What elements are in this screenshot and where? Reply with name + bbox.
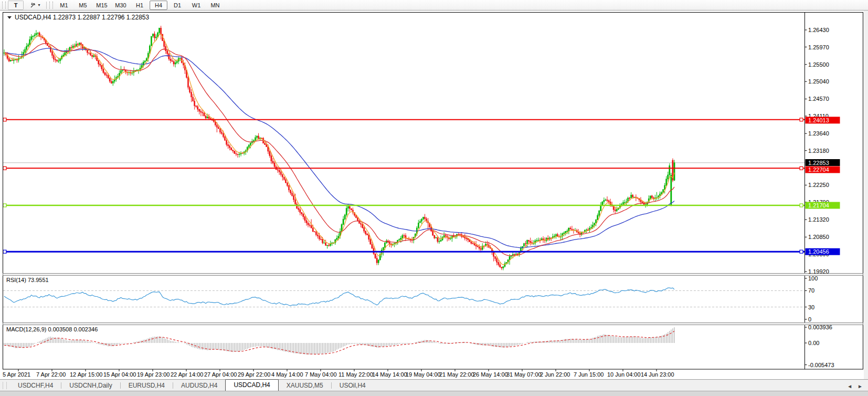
chart-tabs-bar: USDCHF,H4USDCNH,DailyEURUSD,H4AUDUSD,H4U… [0, 379, 868, 391]
price-tick-label: 1.26430 [808, 27, 829, 33]
chart-tab-xauusd[interactable]: XAUUSD,M5 [279, 381, 331, 391]
price-tick-label: 1.22250 [808, 182, 829, 188]
rsi-axis-label: 0 [808, 316, 811, 322]
price-tick-label: 1.19920 [808, 268, 829, 275]
timeframe-button-group: M1M5M15M30H1H4D1W1MN [55, 1, 225, 10]
price-tick-label: 1.25970 [808, 44, 829, 50]
timeframe-button-h1[interactable]: H1 [131, 1, 149, 10]
timeframe-button-m15[interactable]: M15 [93, 1, 111, 10]
price-tick-label: 1.23640 [808, 130, 829, 137]
price-tick-label: 1.20850 [808, 234, 829, 240]
price-tick-label: 1.25500 [808, 61, 829, 68]
tab-scroll-left-icon[interactable]: ◄ [847, 383, 852, 389]
chevron-down-icon: ▾ [38, 3, 40, 7]
svg-text:1.22704: 1.22704 [808, 166, 829, 173]
toolbar-grip[interactable] [2, 2, 6, 9]
double-arrow-icon [30, 2, 37, 8]
price-tick-label: 1.23180 [808, 148, 829, 154]
rsi-header: RSI(14) 73.9551 [6, 277, 49, 283]
svg-text:USDCAD,H4 1.22873 1.22887 1.2: USDCAD,H4 1.22873 1.22887 1.22796 1.2285… [15, 14, 150, 21]
svg-text:1.20456: 1.20456 [808, 248, 829, 255]
time-tick-label: 14 May 14:00 [372, 371, 407, 378]
timeframe-button-m30[interactable]: M30 [112, 1, 130, 10]
time-tick-label: 27 Apr 04:00 [204, 371, 237, 378]
macd-axis-label: 0.003936 [808, 324, 832, 330]
toolbar-separator [46, 2, 47, 9]
templates-tool-label: T [14, 2, 18, 8]
timeframe-button-mn[interactable]: MN [206, 1, 224, 10]
arrange-tool-button[interactable]: ▾ [27, 1, 43, 10]
time-tick-label: 7 May 04:00 [305, 371, 337, 378]
time-tick-label: 19 Apr 23:00 [137, 371, 170, 378]
chart-tab-usdcnh[interactable]: USDCNH,Daily [61, 381, 120, 391]
time-tick-label: 15 Apr 04:00 [103, 371, 136, 378]
time-tick-label: 4 May 14:00 [271, 371, 303, 378]
chart-tab-usoil[interactable]: USOil,H4 [332, 381, 374, 391]
price-badge-1.22704: 1.22704 [806, 166, 840, 173]
timeframe-button-d1[interactable]: D1 [168, 1, 186, 10]
top-toolbar: T ▾ M1M5M15M30H1H4D1W1MN [0, 0, 868, 11]
price-badge-1.24013: 1.24013 [806, 117, 840, 123]
chart-canvas[interactable]: 1.264301.259701.255001.250401.245701.241… [0, 11, 868, 379]
tab-scroll-right-icon[interactable]: ► [858, 383, 863, 389]
chart-tab-audusd[interactable]: AUDUSD,H4 [173, 381, 225, 391]
svg-text:1.22853: 1.22853 [808, 160, 829, 166]
chart-symbol-header: USDCAD,H4 1.22873 1.22887 1.22796 1.2285… [7, 14, 150, 21]
time-tick-label: 7 Apr 22:00 [36, 371, 66, 378]
time-tick-label: 26 May 14:00 [473, 371, 508, 378]
time-tick-label: 22 Apr 14:00 [171, 371, 203, 378]
rsi-axis-label: 30 [808, 304, 814, 310]
status-strip [0, 391, 868, 396]
toolbar-grip-2[interactable] [49, 2, 53, 9]
macd-header: MACD(12,26,9) 0.003508 0.002346 [6, 326, 98, 332]
time-tick-label: 19 May 04:00 [406, 371, 441, 378]
rsi-axis-label: 100 [808, 275, 818, 282]
price-badge-1.22853: 1.22853 [806, 159, 840, 166]
price-tick-label: 1.25040 [808, 78, 829, 85]
timeframe-button-m1[interactable]: M1 [55, 1, 73, 10]
time-tick-label: 2 Jun 22:00 [540, 371, 570, 378]
time-tick-label: 5 Apr 2021 [3, 371, 30, 378]
macd-axis-label: -0.005473 [808, 362, 834, 368]
time-tick-label: 10 Jun 04:00 [607, 371, 641, 378]
tab-scroll-arrows: ◄ ► [847, 383, 863, 389]
tabbar-grip[interactable] [3, 382, 7, 389]
time-tick-label: 21 May 22:00 [439, 371, 474, 378]
templates-tool-button[interactable]: T [8, 1, 24, 10]
time-tick-label: 11 May 22:00 [338, 371, 373, 378]
time-tick-label: 29 Apr 22:00 [238, 371, 270, 378]
chart-tabs: USDCHF,H4USDCNH,DailyEURUSD,H4AUDUSD,H4U… [10, 379, 374, 391]
rsi-axis-label: 70 [808, 287, 814, 294]
time-tick-label: 12 Apr 15:00 [70, 371, 102, 378]
price-badge-1.20456: 1.20456 [806, 248, 840, 255]
chart-tab-eurusd[interactable]: EURUSD,H4 [121, 381, 173, 391]
svg-text:1.24013: 1.24013 [808, 117, 829, 123]
chart-tab-usdcad[interactable]: USDCAD,H4 [225, 379, 278, 391]
chart-tab-usdchf[interactable]: USDCHF,H4 [10, 381, 61, 391]
time-tick-label: 31 May 07:00 [506, 371, 542, 378]
price-tick-label: 1.24570 [808, 96, 829, 102]
time-tick-label: 7 Jun 15:00 [574, 371, 604, 378]
price-badge-1.21704: 1.21704 [806, 202, 840, 209]
timeframe-button-w1[interactable]: W1 [187, 1, 205, 10]
price-tick-label: 1.21320 [808, 216, 829, 223]
timeframe-button-h4[interactable]: H4 [150, 1, 167, 10]
svg-text:1.21704: 1.21704 [808, 202, 829, 209]
time-tick-label: 14 Jun 23:00 [641, 371, 674, 378]
macd-axis-label: 0.00 [808, 340, 819, 346]
mt4-terminal: { "toolbar": { "templates_tool_label": "… [0, 0, 868, 396]
timeframe-button-m5[interactable]: M5 [74, 1, 92, 10]
